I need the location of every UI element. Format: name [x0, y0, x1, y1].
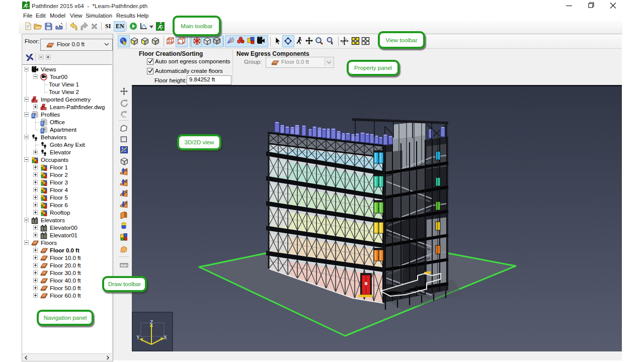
svg-text:X: X: [164, 335, 167, 340]
svg-text:Z: Z: [150, 320, 153, 325]
svg-text:2: 2: [125, 179, 127, 184]
svg-text:2: 2: [125, 201, 127, 205]
svg-text:1: 1: [125, 168, 127, 172]
svg-text:1: 1: [125, 190, 127, 194]
svg-text:Y: Y: [136, 335, 140, 340]
